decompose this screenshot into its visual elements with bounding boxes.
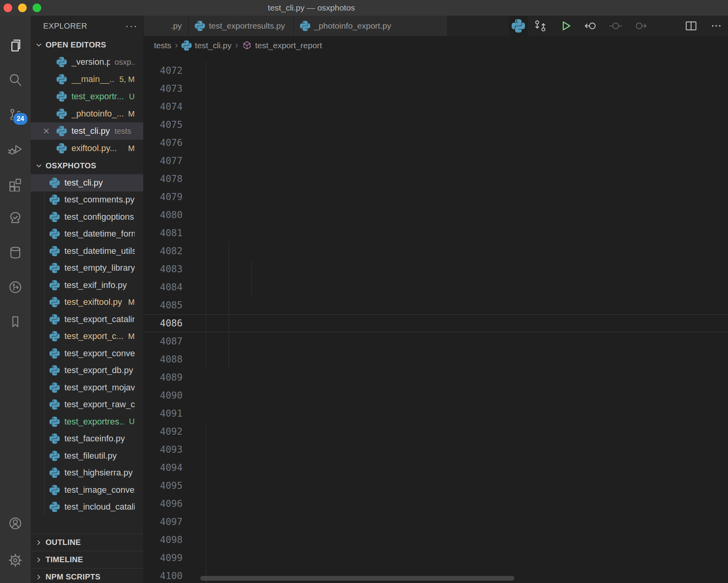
code-line-4090[interactable]: 4090 [144, 386, 728, 404]
code-line-4081[interactable]: 4081 ····with·runner.isolated_filesystem… [144, 224, 728, 242]
open-editor-item[interactable]: __main__.... 5, M [31, 71, 143, 88]
run-button[interactable] [558, 19, 573, 33]
activity-source-control-button[interactable]: 24 [0, 97, 31, 132]
code-line-4084[interactable]: 4084 ············[os.path.join(cwd,·CLI_… [144, 278, 728, 296]
open-editor-item[interactable]: test_cli.py tests [31, 122, 143, 140]
activity-explorer-button[interactable] [0, 28, 31, 63]
code-line-4079[interactable]: 4079 ····cwd·=·os.getcwd() [144, 188, 728, 206]
file-tree-item[interactable]: test_export_mojave... [31, 379, 143, 396]
activity-gitlens-button[interactable] [0, 270, 31, 304]
breadcrumb-item[interactable]: tests [154, 41, 171, 50]
code-line-4080[interactable]: 4080 ····#·pylint:·disable=not-context-m… [144, 206, 728, 224]
code-line-4073[interactable]: 4073 ····import·os [144, 80, 728, 98]
file-tree-item[interactable]: test_configoptions.... [31, 208, 143, 226]
python-icon [57, 57, 67, 67]
code-line-4094[interactable]: 4094 ····import·os [144, 459, 728, 477]
tab--py[interactable]: .py [144, 16, 188, 36]
code-line-4098[interactable]: 4098 [144, 531, 728, 549]
tab-test-exportresults-py[interactable]: test_exportresults.py [188, 16, 294, 36]
code-line-4087[interactable]: 4087 ········assert·"Writing·export·repo… [144, 332, 728, 350]
code-line-4074[interactable]: 4074 ····import·os.path [144, 98, 728, 116]
breadcrumb-item[interactable]: test_cli.py [181, 40, 231, 51]
minimize-window-button[interactable] [18, 4, 27, 12]
compare-changes-button[interactable] [533, 19, 547, 33]
file-tree-item[interactable]: test_incloud_catali... [31, 499, 143, 516]
file-tree-item[interactable]: test_exportres... U [31, 413, 143, 430]
horizontal-scrollbar[interactable] [200, 576, 514, 581]
circle-outline-button[interactable] [609, 19, 623, 33]
breadcrumb-item[interactable]: test_export_report [242, 40, 322, 51]
tab-test-cli-active[interactable] [509, 16, 528, 36]
activity-testing-tree-button[interactable] [0, 201, 31, 235]
indent-guide [206, 495, 206, 513]
breadcrumb-separator: › [235, 40, 238, 51]
file-tree-item[interactable]: test_export_raw_ca... [31, 396, 143, 414]
file-tree-item[interactable]: test_cli.py [31, 174, 143, 191]
explorer-sidebar: EXPLORER ··· OPEN EDITORS _version.py os… [31, 16, 144, 583]
file-tree-item[interactable]: test_export_catalin... [31, 311, 143, 328]
code-line-4083[interactable]: 4083 ············export, [144, 260, 728, 278]
file-tree-item[interactable]: test_exiftool.py M [31, 294, 143, 311]
file-tree-item[interactable]: test_comments.py [31, 191, 143, 209]
close-window-button[interactable] [4, 4, 12, 12]
split-editor-button[interactable] [684, 19, 698, 33]
code-line-4078[interactable]: 4078 ····runner·=·CliRunner() [144, 170, 728, 188]
activity-extensions-button[interactable] [0, 166, 31, 201]
activity-account-button[interactable] [0, 508, 31, 539]
code-line-4097[interactable]: 4097 ····from·osxphotos.__main__·import·… [144, 513, 728, 531]
code-line-4085[interactable]: 4085 ········) [144, 296, 728, 314]
file-tree-item[interactable]: test_empty_library_... [31, 260, 143, 277]
tab--photoinfo-export-py[interactable]: _photoinfo_export.py [294, 16, 448, 36]
line-number: 4077 [144, 152, 206, 170]
file-tree-item[interactable]: test_export_conver... [31, 345, 143, 362]
editor-actions [533, 16, 723, 36]
gitlens-graph-button[interactable] [659, 19, 673, 33]
file-tree-item[interactable]: test_highsierra.py [31, 465, 143, 482]
section-outline[interactable]: OUTLINE [31, 534, 144, 551]
file-tree-item[interactable]: test_datetime_form... [31, 226, 143, 243]
file-tree-item[interactable]: test_datetime_utils.... [31, 242, 143, 260]
code-line-4095[interactable]: 4095 ····import·os.path [144, 477, 728, 495]
open-editor-item[interactable]: exiftool.py... M [31, 140, 143, 157]
activity-settings-button[interactable] [0, 545, 31, 576]
file-tree-item[interactable]: test_faceinfo.py [31, 430, 143, 448]
prev-change-button[interactable] [583, 19, 598, 33]
code-line-4075[interactable]: 4075 ····import·osxphotos [144, 116, 728, 134]
code-line-4072[interactable]: 4072 ····import·glob [144, 62, 728, 80]
activity-bookmarks-button[interactable] [0, 304, 31, 339]
open-editor-item[interactable]: _version.py osxp... [31, 53, 143, 71]
code-line-4076[interactable]: 4076 ····from·osxphotos.__main__·import·… [144, 134, 728, 152]
code-line-4077[interactable]: 4077 [144, 152, 728, 170]
more-actions-button[interactable] [709, 19, 723, 33]
section-npm-scripts[interactable]: NPM SCRIPTS [31, 568, 144, 583]
explorer-more-actions-button[interactable]: ··· [125, 20, 138, 32]
file-tree-item[interactable]: test_fileutil.py [31, 447, 143, 465]
activity-run-debug-button[interactable] [0, 132, 31, 166]
code-line-4099[interactable]: 4099 ····runner·=·CliRunner() [144, 549, 728, 567]
open-editors-section-header[interactable]: OPEN EDITORS [31, 36, 143, 53]
open-editor-item[interactable]: _photoinfo_... M [31, 105, 143, 122]
activity-search-button[interactable] [0, 63, 31, 97]
file-tree: test_cli.py test_comments.py test_config… [31, 174, 143, 516]
zoom-window-button[interactable] [33, 4, 41, 12]
file-tree-item[interactable]: test_exif_info.py [31, 277, 143, 294]
next-change-button[interactable] [634, 19, 648, 33]
project-section-header[interactable]: OSXPHOTOS [31, 157, 143, 174]
file-tree-item[interactable]: test_image_convert... [31, 481, 143, 499]
code-line-4088[interactable]: 4088 ········assert·os.path.exists("repo… [144, 350, 728, 368]
activity-database-button[interactable] [0, 235, 31, 270]
code-line-4089[interactable]: 4089 [144, 368, 728, 386]
close-icon[interactable] [42, 126, 51, 137]
code-editor[interactable]: 4072 ····import·glob 4073 ····import·os … [144, 55, 728, 583]
code-line-4092[interactable]: 4092 ····"""·test·export·with·--report·o… [144, 423, 728, 441]
code-line-4096[interactable]: 4096 ····import·osxphotos [144, 495, 728, 513]
section-timeline[interactable]: TIMELINE [31, 551, 144, 568]
open-editor-item[interactable]: test_exportr... U [31, 88, 143, 105]
code-line-4093[interactable]: 4093 ····import·glob [144, 441, 728, 459]
file-tree-item[interactable]: test_export_db.py [31, 362, 143, 379]
code-line-4086[interactable]: 4086 ········assert·result.exit_code·==·… [144, 314, 728, 332]
code-line-4091[interactable]: 4091 def·test_export_report_not_a_file()… [144, 404, 728, 423]
code-line-4082[interactable]: 4082 ········result·=·runner.invoke( [144, 242, 728, 260]
python-icon [49, 348, 60, 359]
file-tree-item[interactable]: test_export_c... M [31, 328, 143, 345]
